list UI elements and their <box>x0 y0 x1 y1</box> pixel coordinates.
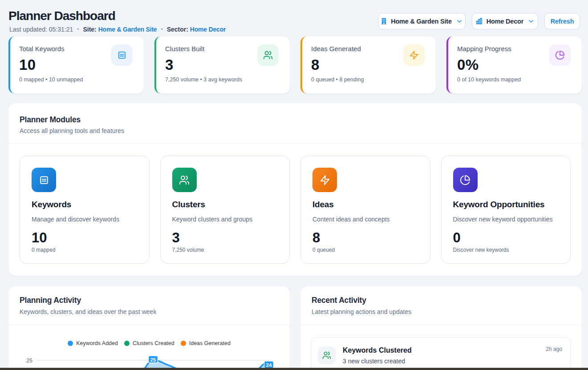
svg-text:25: 25 <box>150 357 156 362</box>
svg-text:25: 25 <box>26 358 32 364</box>
svg-text:24: 24 <box>266 362 272 368</box>
